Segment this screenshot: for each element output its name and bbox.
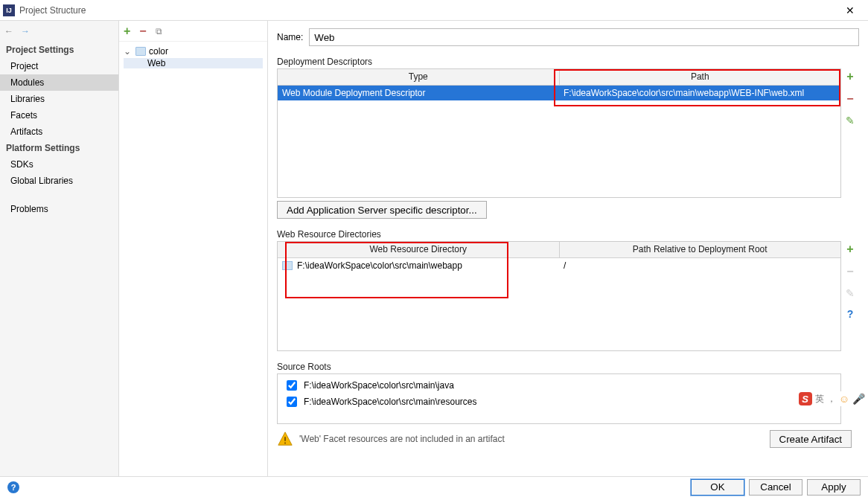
tree-copy-icon[interactable]: ⧉	[156, 26, 162, 36]
add-server-descriptor-button[interactable]: Add Application Server specific descript…	[277, 201, 487, 219]
app-icon: IJ	[3, 4, 15, 16]
help-icon[interactable]: ?	[7, 481, 19, 493]
project-settings-heading: Project Settings	[0, 42, 118, 58]
source-root-checkbox-0[interactable]	[287, 380, 297, 391]
emoji-icon[interactable]: ☺	[839, 393, 849, 405]
warning-icon	[277, 431, 293, 447]
tree-child-label: Web	[147, 58, 165, 68]
platform-settings-heading: Platform Settings	[0, 140, 118, 156]
col-path[interactable]: Path	[560, 69, 841, 85]
web-resource-dirs-label: Web Resource Directories	[277, 229, 859, 240]
footer: ? OK Cancel Apply	[0, 476, 868, 497]
body: ← → Project Settings Project Modules Lib…	[0, 21, 868, 476]
tree-root-label: color	[149, 46, 168, 57]
deployment-table-head: Type Path	[278, 69, 840, 86]
resource-help-icon[interactable]: ?	[847, 308, 854, 320]
tree-node-web[interactable]: Web	[124, 58, 263, 68]
main-panel: Name: Deployment Descriptors Type Path W…	[268, 21, 868, 476]
warning-text: 'Web' Facet resources are not included i…	[299, 434, 764, 444]
source-root-path-0: F:\ideaWorkSpace\color\src\main\java	[304, 380, 454, 391]
svg-rect-1	[284, 443, 286, 444]
resource-rel-cell: /	[559, 260, 840, 271]
resource-table-wrap: Web Resource Directory Path Relative to …	[277, 241, 859, 351]
deployment-row[interactable]: Web Module Deployment Descriptor F:\idea…	[278, 86, 840, 100]
deployment-add-icon[interactable]: +	[846, 70, 853, 83]
resource-row[interactable]: F:\ideaWorkSpace\color\src\main\webapp /	[278, 258, 840, 273]
add-descriptor-row: Add Application Server specific descript…	[277, 201, 859, 219]
name-label: Name:	[277, 32, 303, 42]
deployment-type-cell: Web Module Deployment Descriptor	[278, 86, 559, 100]
resource-add-icon[interactable]: +	[846, 243, 853, 256]
tree-node-root[interactable]: ⌄ color	[124, 45, 263, 58]
sidebar: ← → Project Settings Project Modules Lib…	[0, 21, 119, 476]
window-title: Project Structure	[19, 5, 835, 16]
tree-toolbar: + − ⧉	[119, 21, 267, 42]
source-root-path-1: F:\ideaWorkSpace\color\src\main\resource…	[304, 397, 477, 407]
mic-icon[interactable]: 🎤	[852, 393, 865, 405]
col-type[interactable]: Type	[278, 69, 560, 85]
sidebar-tools: ← →	[0, 21, 118, 42]
source-root-checkbox-1[interactable]	[287, 397, 297, 407]
module-folder-icon	[135, 47, 146, 56]
resource-table[interactable]: Web Resource Directory Path Relative to …	[277, 241, 841, 351]
folder-icon	[282, 261, 293, 270]
ime-sep: ，	[827, 393, 836, 405]
deployment-path-cell: F:\ideaWorkSpace\color\src\main\webapp\W…	[559, 86, 840, 100]
warning-row: 'Web' Facet resources are not included i…	[277, 430, 859, 448]
titlebar: IJ Project Structure ✕	[0, 0, 868, 21]
source-root-row[interactable]: F:\ideaWorkSpace\color\src\main\java	[284, 377, 835, 394]
sidebar-item-artifacts[interactable]: Artifacts	[0, 124, 118, 140]
sidebar-item-libraries[interactable]: Libraries	[0, 91, 118, 107]
deployment-side-buttons: + − ✎	[841, 68, 859, 198]
name-row: Name:	[277, 28, 859, 46]
resource-side-buttons: + − ✎ ?	[841, 241, 859, 351]
sidebar-item-facets[interactable]: Facets	[0, 107, 118, 124]
close-icon[interactable]: ✕	[835, 4, 865, 16]
resource-edit-icon: ✎	[846, 287, 855, 299]
svg-rect-0	[284, 437, 286, 441]
deployment-remove-icon[interactable]: −	[846, 92, 853, 106]
deployment-table-wrap: Type Path Web Module Deployment Descript…	[277, 68, 859, 198]
apply-button[interactable]: Apply	[807, 479, 861, 496]
create-artifact-button[interactable]: Create Artifact	[770, 430, 852, 448]
resource-remove-icon: −	[846, 265, 853, 278]
tree-remove-icon[interactable]: −	[139, 25, 146, 38]
sidebar-item-project[interactable]: Project	[0, 58, 118, 74]
facet-name-input[interactable]	[309, 28, 859, 46]
deployment-edit-icon[interactable]: ✎	[846, 115, 855, 126]
ime-lang-label: 英	[815, 393, 824, 405]
cancel-button[interactable]: Cancel	[749, 479, 802, 496]
chevron-down-icon[interactable]: ⌄	[124, 46, 133, 57]
deployment-table[interactable]: Type Path Web Module Deployment Descript…	[277, 68, 841, 198]
nav-back-icon[interactable]: ←	[4, 26, 13, 36]
source-root-row[interactable]: F:\ideaWorkSpace\color\src\main\resource…	[284, 394, 835, 410]
source-roots-box: F:\ideaWorkSpace\color\src\main\java F:\…	[277, 373, 841, 424]
nav-forward-icon[interactable]: →	[21, 26, 30, 36]
sidebar-item-problems[interactable]: Problems	[0, 201, 118, 217]
source-roots-label: Source Roots	[277, 362, 859, 372]
sidebar-item-modules[interactable]: Modules	[0, 74, 118, 91]
tree-body: ⌄ color Web	[119, 42, 267, 71]
col-resource-dir[interactable]: Web Resource Directory	[278, 242, 560, 257]
sidebar-item-sdks[interactable]: SDKs	[0, 156, 118, 173]
sogou-icon: S	[799, 392, 812, 405]
tree-add-icon[interactable]: +	[124, 25, 130, 38]
resource-table-head: Web Resource Directory Path Relative to …	[278, 242, 840, 258]
ok-button[interactable]: OK	[691, 479, 744, 496]
sidebar-item-global-libraries[interactable]: Global Libraries	[0, 173, 118, 189]
ime-indicator[interactable]: S 英 ， ☺ 🎤	[797, 391, 867, 406]
module-tree-panel: + − ⧉ ⌄ color Web	[119, 21, 268, 476]
resource-dir-cell: F:\ideaWorkSpace\color\src\main\webapp	[297, 260, 462, 271]
deployment-descriptors-label: Deployment Descriptors	[277, 57, 859, 67]
col-rel-path[interactable]: Path Relative to Deployment Root	[560, 242, 841, 257]
